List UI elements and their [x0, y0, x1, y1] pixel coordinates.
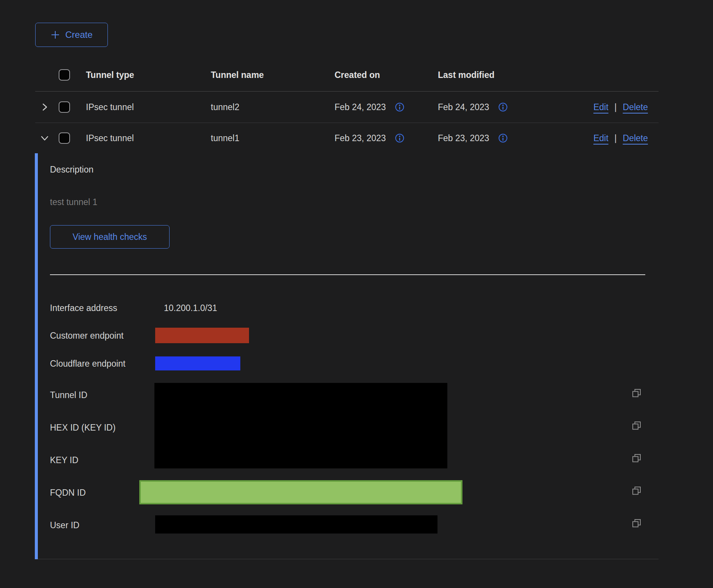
tunnel-type-cell: IPsec tunnel: [86, 133, 211, 143]
create-button[interactable]: Create: [35, 23, 108, 47]
panel-divider: [50, 274, 645, 275]
last-modified-cell: Feb 24, 2023: [438, 102, 489, 112]
select-all-checkbox[interactable]: [59, 69, 70, 81]
tunnels-table: Tunnel type Tunnel name Created on Last …: [35, 59, 659, 153]
info-icon[interactable]: [498, 102, 508, 112]
column-header-tunnel-type: Tunnel type: [86, 70, 211, 80]
fqdn-id-redaction: [139, 480, 462, 504]
info-icon[interactable]: [394, 102, 405, 112]
column-header-created-on: Created on: [335, 70, 438, 80]
chevron-right-icon[interactable]: [39, 101, 50, 113]
chevron-down-icon[interactable]: [39, 132, 50, 144]
hex-id-label: HEX ID (KEY ID): [50, 423, 115, 433]
interface-address-label: Interface address: [50, 303, 117, 313]
info-icon[interactable]: [498, 133, 508, 143]
info-icon[interactable]: [394, 133, 405, 143]
description-value: test tunnel 1: [50, 197, 97, 207]
description-label: Description: [50, 165, 93, 175]
copy-key-id-icon[interactable]: [631, 453, 642, 464]
tunnel-detail-panel: Description test tunnel 1 View health ch…: [35, 153, 659, 559]
delete-link[interactable]: Delete: [623, 102, 648, 112]
copy-fqdn-id-icon[interactable]: [631, 485, 642, 496]
fqdn-id-label: FQDN ID: [50, 488, 86, 498]
edit-link[interactable]: Edit: [593, 133, 609, 143]
key-id-label: KEY ID: [50, 455, 78, 465]
user-id-redaction: [155, 515, 437, 534]
row-checkbox[interactable]: [59, 132, 70, 144]
row-checkbox[interactable]: [59, 101, 70, 113]
action-separator: |: [615, 133, 617, 143]
view-health-checks-button[interactable]: View health checks: [50, 225, 170, 249]
panel-accent-bar: [35, 153, 38, 559]
edit-link[interactable]: Edit: [593, 102, 609, 112]
plus-icon: [50, 30, 60, 40]
tunnel-name-cell: tunnel1: [211, 133, 335, 143]
delete-link[interactable]: Delete: [623, 133, 648, 143]
create-button-label: Create: [65, 30, 92, 40]
table-header: Tunnel type Tunnel name Created on Last …: [35, 59, 659, 92]
tunnel-id-label: Tunnel ID: [50, 390, 87, 400]
interface-address-value: 10.200.1.0/31: [164, 303, 217, 313]
customer-endpoint-redaction: [155, 328, 249, 343]
created-on-cell: Feb 24, 2023: [335, 102, 386, 112]
customer-endpoint-label: Customer endpoint: [50, 331, 123, 341]
column-header-tunnel-name: Tunnel name: [211, 70, 335, 80]
action-separator: |: [615, 102, 617, 112]
user-id-label: User ID: [50, 520, 79, 530]
ids-redaction: [154, 383, 447, 468]
copy-hex-id-icon[interactable]: [631, 420, 642, 431]
last-modified-cell: Feb 23, 2023: [438, 133, 489, 143]
column-header-last-modified: Last modified: [438, 70, 579, 80]
table-row: IPsec tunnel tunnel2 Feb 24, 2023 Feb 24…: [35, 92, 659, 123]
tunnel-name-cell: tunnel2: [211, 102, 335, 112]
table-row: IPsec tunnel tunnel1 Feb 23, 2023 Feb 23…: [35, 123, 659, 153]
copy-tunnel-id-icon[interactable]: [631, 388, 642, 398]
tunnel-type-cell: IPsec tunnel: [86, 102, 211, 112]
cloudflare-endpoint-redaction: [155, 356, 240, 370]
copy-user-id-icon[interactable]: [631, 518, 642, 529]
cloudflare-endpoint-label: Cloudflare endpoint: [50, 359, 125, 369]
created-on-cell: Feb 23, 2023: [335, 133, 386, 143]
